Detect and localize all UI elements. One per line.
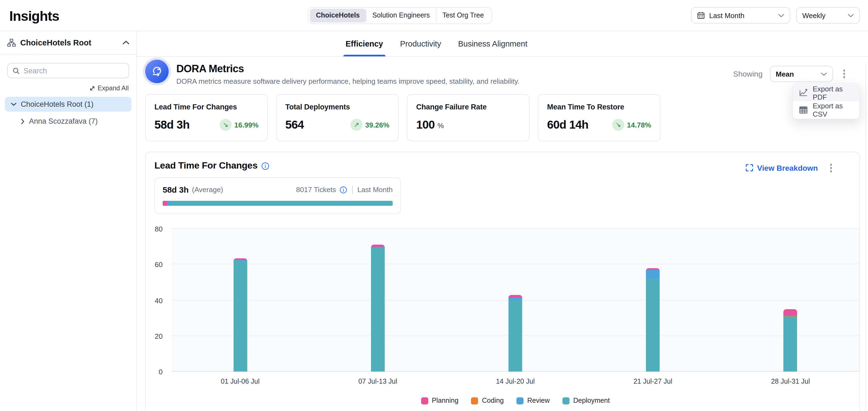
dora-kebab-menu-button[interactable] [840,68,848,80]
scrollbar[interactable] [865,62,868,411]
chevron-up-icon[interactable] [123,40,129,45]
bar-segment-deployment [371,248,385,372]
card-lead-time-for-changes[interactable]: Lead Time For Changes 58d 3h ↘ 16.99% [145,94,268,141]
dora-section-description: DORA metrics measure software delivery p… [176,77,520,85]
legend-item-planning[interactable]: Planning [421,397,458,404]
y-tick-label: 40 [155,296,163,305]
sidebar-search[interactable] [7,63,129,78]
tab-business-alignment[interactable]: Business Alignment [458,31,527,56]
bar-stack[interactable] [371,245,385,372]
info-icon[interactable] [339,186,347,194]
trend-badge: ↗ 39.26% [350,119,390,131]
bar-stack[interactable] [233,258,247,372]
tree-node-child[interactable]: Anna Scozzafava (7) [15,114,131,128]
export-pdf-label: Export as PDF [813,84,853,101]
bar-segment-planning [508,295,522,298]
trend-percent: 39.26% [365,121,390,129]
active-tab-underline [343,55,385,56]
bar-segment-deployment [508,300,522,372]
card-title: Total Deployments [285,103,390,111]
tab-efficiency[interactable]: Efficiency [346,31,383,56]
trend-down-arrow-icon: ↘ [612,119,624,131]
top-header: Insights ChoiceHotels Solution Engineers… [0,0,868,31]
tree-node-root[interactable]: ChoiceHotels Root (1) [5,97,131,112]
trend-badge: ↘ 14.78% [612,119,651,131]
bar-segment-review [646,270,660,279]
metric-tabs: Efficiency Productivity Business Alignme… [137,31,868,57]
search-input[interactable] [24,67,117,75]
sidebar-header[interactable]: ChoiceHotels Root [0,31,136,55]
chevron-down-icon[interactable] [11,102,17,106]
info-icon[interactable] [261,162,270,170]
progress-deployment-segment [172,201,393,206]
org-tree: ChoiceHotels Root (1) Anna Scozzafava (7… [0,97,136,128]
card-total-deployments[interactable]: Total Deployments 564 ↗ 39.26% [276,94,399,141]
chart-export-icon [799,89,808,97]
date-range-value: Last Month [709,11,745,20]
aggregation-select[interactable]: Mean [770,66,833,82]
chart-kebab-menu-button[interactable] [827,162,835,174]
lead-time-title: Lead Time For Changes [154,160,257,171]
bar-stack[interactable] [646,268,660,372]
bar-segment-deployment [233,261,247,372]
average-note: (Average) [192,185,223,194]
card-unit: % [438,122,444,130]
bar-segment-deployment [646,279,660,372]
chevron-right-icon[interactable] [21,118,25,124]
table-icon [799,105,808,114]
bar-stack[interactable] [784,309,797,372]
expand-all-label: Expand All [98,84,129,92]
card-value: 100 [416,118,435,131]
legend-swatch [517,397,524,404]
y-tick-label: 60 [155,261,163,269]
export-pdf-menu-item[interactable]: Export as PDF [793,84,859,101]
card-mean-time-to-restore[interactable]: Mean Time To Restore 60d 14h ↘ 14.78% [538,94,660,141]
showing-label: Showing [733,69,763,78]
org-tab-solution-engineers[interactable]: Solution Engineers [366,9,436,23]
legend-label: Planning [432,397,458,404]
legend-swatch [471,397,478,404]
legend-item-review[interactable]: Review [517,397,550,404]
legend-item-deployment[interactable]: Deployment [562,397,610,404]
bar-stack[interactable] [508,295,522,372]
tree-node-label: Anna Scozzafava (7) [29,117,98,125]
progress-review-segment [167,201,172,206]
date-range-select[interactable]: Last Month [691,7,790,24]
card-value: 564 [285,118,304,131]
search-icon [12,67,20,74]
card-change-failure-rate[interactable]: Change Failure Rate 100 % [407,94,530,141]
dora-metrics-icon [145,60,169,83]
legend-swatch [421,397,428,404]
expand-arrows-icon [90,85,96,91]
org-switcher: ChoiceHotels Solution Engineers Test Org… [308,7,492,24]
y-tick-label: 0 [159,368,163,376]
period-label: Last Month [357,185,393,194]
insights-page: Insights ChoiceHotels Solution Engineers… [0,0,868,411]
bar-slot [309,229,446,372]
trend-badge: ↘ 16.99% [220,119,258,131]
org-tab-test-org-tree[interactable]: Test Org Tree [436,9,490,23]
legend-label: Review [527,397,550,404]
tickets-count: 8017 Tickets [296,185,336,194]
export-csv-menu-item[interactable]: Export as CSV [793,101,859,118]
view-breakdown-button[interactable]: View Breakdown [746,164,818,172]
bar-slot [172,229,309,372]
bar-slot [446,229,584,372]
tab-productivity[interactable]: Productivity [400,31,441,56]
org-tab-choicehotels[interactable]: ChoiceHotels [310,9,366,23]
fullscreen-corners-icon [746,164,754,172]
card-title: Lead Time For Changes [154,103,258,111]
page-title: Insights [9,8,59,24]
chart-legend: PlanningCodingReviewDeployment [172,397,859,404]
card-value: 58d 3h [154,118,189,131]
card-title: Mean Time To Restore [547,103,651,111]
chevron-down-icon [848,13,854,17]
granularity-select[interactable]: Weekly [796,7,860,24]
legend-item-coding[interactable]: Coding [471,397,503,404]
x-tick-label: 01 Jul-06 Jul [172,378,309,385]
dora-metric-cards: Lead Time For Changes 58d 3h ↘ 16.99% To… [145,94,660,141]
main-content: Efficiency Productivity Business Alignme… [137,31,868,411]
expand-all-button[interactable]: Expand All [8,84,129,92]
y-tick-label: 20 [155,332,163,340]
sidebar-org-name: ChoiceHotels Root [20,38,91,47]
